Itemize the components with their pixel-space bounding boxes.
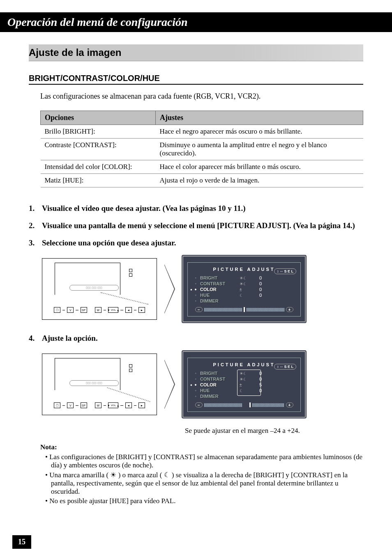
osd-label: CONTRAST [200,281,237,286]
step-1: 1. Visualice el vídeo que desea ajustar.… [29,204,363,213]
table-cell-desc: Ajusta el rojo o verde de la imagen. [156,174,363,187]
osd-plus-button: + [286,307,293,312]
note-item: Las configuraciones de [BRIGHT] y [CONTR… [45,453,363,469]
device-button-vol: ▼VOL▲ [108,402,118,408]
osd-row-dimmer: ▫ DIMMER [194,298,297,304]
device-button: W [95,402,101,408]
table-cell-label: Contraste [CONTRAST]: [41,139,156,160]
step-num: 1. [29,204,42,213]
sel-text: S E L [284,269,293,273]
step-text: Seleccione una opción que desea ajustar. [42,238,363,247]
device-button: V [67,307,74,313]
updown-icon: ↕ [277,269,279,273]
sel-text: S E L [284,365,293,369]
table-row: Intensidad del color [COLOR]: Hace el co… [41,160,363,174]
osd-value: 0 [254,293,267,298]
osd-symbols: ☾ [240,293,252,298]
osd-value: 0 [254,281,267,286]
updown-icon: ↕ [277,365,279,369]
device-segment-display: ▯▯▯ ▯▯▯ ▯▯▯ [69,285,119,291]
device-segment-display: ▯▯▯ ▯▯▯ ▯▯▯ [69,380,119,386]
device-buttons-row: ▢ V SP W ▼VOL▲ ◄ ► [54,307,145,313]
note-item: No es posible ajustar [HUE] para vídeo P… [45,497,363,505]
step-2: 2. Visualice una pantalla de menú y sele… [29,221,363,230]
osd-plus-button: + [286,402,293,407]
device-diagram: ▯▯▯ ▯▯▯ ▯▯▯ ▢ V SP W ▼VOL▲ ◄ ► [42,258,157,320]
device-button: ► [138,402,145,408]
step-num: 4. [29,334,42,343]
osd-title: PICTURE ADJUST [211,267,278,272]
device-button: ◄ [125,402,132,408]
device-side-buttons [129,364,134,373]
step-text: Visualice el vídeo que desea ajustar. (V… [42,204,363,213]
dotted-callout-line [107,387,150,402]
osd-label: HUE [200,293,237,298]
osd-label: DIMMER [200,298,237,303]
notes-block: Nota: Las configuraciones de [BRIGHT] y … [40,443,363,505]
osd-symbols: ☀☾ [240,276,252,280]
osd-bar-thumb [249,402,251,407]
table-row: Matiz [HUE]: Ajusta el rojo o verde de l… [41,174,363,187]
section-header: Ajuste de la imagen [29,44,363,61]
leftright-icon: ↔ [279,365,283,369]
figure-caption: Se puede ajustar en el margen –24 a +24. [185,427,363,435]
subsection-header: BRIGHT/CONTRAST/COLOR/HUE [29,74,363,85]
device-side-buttons [129,269,134,278]
section-header-text: Ajuste de la imagen [29,47,121,58]
osd-label: COLOR [200,287,237,292]
osd-minus-button: – [195,307,203,312]
osd-bar-left [204,403,242,407]
osd-slider-bar: – + [191,402,297,407]
step-text: Visualice una pantalla de menú y selecci… [42,221,363,230]
intro-text: Las configuraciones se almacenan para ca… [40,92,363,101]
osd-bar-right [247,308,284,312]
table-cell-label: Matiz [HUE]: [41,174,156,187]
device-button: W [95,307,101,313]
device-button: ◄ [125,307,132,313]
table-cell-desc: Hace el color aparecer más brillante o m… [156,160,363,174]
osd-bar-left [204,308,242,312]
osd-value: 0 [254,275,267,280]
title-bar: Operación del menú de configuración [0,12,392,32]
step-3: 3. Seleccione una opción que desea ajust… [29,238,363,247]
step-4: 4. Ajuste la opción. [29,334,363,343]
step-text: Ajuste la opción. [42,334,363,343]
table-cell-desc: Disminuye o aumenta la amplitud entre el… [156,139,363,160]
osd-label: COLOR [200,382,237,387]
dotted-callout-line [101,292,149,305]
osd-row-color: ● COLOR ± 0 [194,287,297,292]
osd-bar-right [252,403,284,407]
arrow-right-icon [164,264,175,314]
osd-title: PICTURE ADJUST [211,362,278,367]
step-num: 3. [29,238,42,247]
device-buttons-row: ▢ V SP W ▼VOL▲ ◄ ► [54,402,145,408]
osd-sel-badge: ↕ ↔ S E L [274,268,296,274]
options-table: Opciones Ajustes Brillo [BRIGHT]: Hace e… [40,111,363,187]
osd-label: DIMMER [200,394,237,399]
osd-row-hue: ▫ HUE ☾ 0 [194,292,297,298]
device-button: ▢ [54,307,60,313]
osd-symbols: ± [240,287,252,292]
table-row: Brillo [BRIGHT]: Hace el negro aparecer … [41,125,363,139]
page-number: 15 [12,535,31,549]
osd-panel: PICTURE ADJUST ↕ ↔ S E L ▫ BRIGHT ☀☾ 0 ▫… [182,351,306,418]
osd-row-contrast: ▫ CONTRAST ☀☾ 0 [194,281,297,287]
arrow-right-icon [164,360,175,409]
osd-row-bright: ▫ BRIGHT ☀☾ 0 [194,275,297,281]
osd-sel-badge: ↕ ↔ S E L [274,364,296,370]
device-button: V [67,402,74,408]
notes-title: Nota: [40,443,363,451]
device-button: ► [138,307,145,313]
step-num: 2. [29,221,42,230]
osd-minus-button: – [195,402,203,407]
table-cell-label: Brillo [BRIGHT]: [41,125,156,139]
table-row: Contraste [CONTRAST]: Disminuye o aument… [41,139,363,160]
osd-symbols: ☀☾ [240,282,252,286]
device-button: ▢ [54,402,60,408]
table-header-opciones: Opciones [41,111,156,125]
osd-value-highlight-box [237,370,261,396]
note-item: Una marca amarilla ( ☀ ) o marca azul ( … [45,471,363,496]
osd-panel: PICTURE ADJUST ↕ ↔ S E L ▫ BRIGHT ☀☾ 0 ▫… [182,256,306,322]
table-cell-label: Intensidad del color [COLOR]: [41,160,156,174]
device-button: SP [81,307,87,313]
